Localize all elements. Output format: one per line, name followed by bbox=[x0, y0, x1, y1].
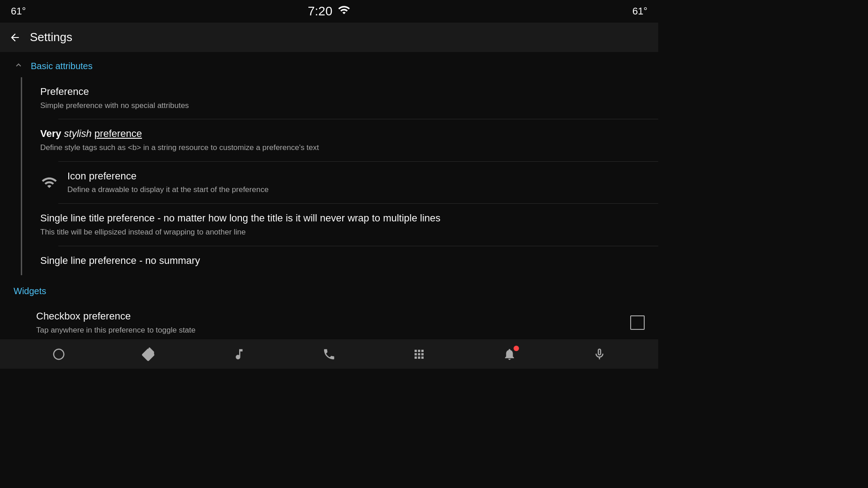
bottom-navigation bbox=[0, 339, 658, 369]
nav-grid[interactable] bbox=[403, 344, 435, 365]
preference-item-simple[interactable]: Preference Simple preference with no spe… bbox=[22, 77, 658, 119]
widgets-title: Widgets bbox=[14, 286, 46, 296]
preference-summary-singleline: This title will be ellipsized instead of… bbox=[40, 227, 645, 238]
wifi-status-icon bbox=[338, 4, 350, 19]
chevron-up-icon bbox=[14, 60, 24, 72]
nav-phone[interactable] bbox=[313, 344, 345, 365]
temp-left: 61° bbox=[11, 5, 26, 17]
phone-icon bbox=[322, 347, 336, 361]
checkbox-text: Checkbox preference Tap anywhere in this… bbox=[36, 310, 630, 335]
nav-navigation[interactable] bbox=[133, 344, 165, 365]
checkbox-preference-item[interactable]: Checkbox preference Tap anywhere in this… bbox=[0, 302, 658, 339]
preference-text-nosummary: Single line preference - no summary bbox=[40, 254, 645, 267]
page-title: Settings bbox=[30, 30, 72, 44]
navigation-icon bbox=[142, 347, 156, 361]
time-display: 7:20 bbox=[308, 4, 333, 19]
checkbox-widget[interactable] bbox=[630, 315, 645, 330]
preference-title-singleline: Single line title preference - no matter… bbox=[40, 212, 645, 225]
nav-music[interactable] bbox=[223, 344, 255, 365]
widgets-section-header[interactable]: Widgets bbox=[0, 275, 658, 302]
basic-attributes-section-header[interactable]: Basic attributes bbox=[0, 52, 658, 77]
preference-text-simple: Preference Simple preference with no spe… bbox=[40, 85, 645, 111]
nav-notifications[interactable] bbox=[494, 344, 525, 365]
preference-item-nosummary[interactable]: Single line preference - no summary bbox=[22, 246, 658, 276]
checkbox-summary: Tap anywhere in this preference to toggl… bbox=[36, 325, 630, 336]
preference-text-icon: Icon preference Define a drawable to dis… bbox=[67, 170, 645, 195]
back-button[interactable] bbox=[9, 32, 21, 43]
app-header: Settings bbox=[0, 23, 658, 52]
preference-summary-stylish: Define style tags such as <b> in a strin… bbox=[40, 142, 645, 153]
status-center: 7:20 bbox=[308, 4, 351, 19]
basic-attributes-group: Preference Simple preference with no spe… bbox=[21, 77, 658, 275]
microphone-icon bbox=[593, 347, 606, 361]
preference-title-stylish: Very stylish preference bbox=[40, 127, 645, 141]
nav-microphone[interactable] bbox=[584, 344, 615, 365]
preference-item-stylish[interactable]: Very stylish preference Define style tag… bbox=[22, 119, 658, 161]
preference-item-singleline-title[interactable]: Single line title preference - no matter… bbox=[22, 204, 658, 245]
home-icon bbox=[52, 347, 66, 361]
music-icon bbox=[232, 347, 246, 361]
status-bar: 61° 7:20 61° bbox=[0, 0, 658, 23]
grid-icon bbox=[412, 347, 426, 361]
preference-item-icon[interactable]: Icon preference Define a drawable to dis… bbox=[22, 162, 658, 203]
preference-title-icon: Icon preference bbox=[67, 170, 645, 183]
preference-text-singleline-title: Single line title preference - no matter… bbox=[40, 212, 645, 237]
checkbox-title: Checkbox preference bbox=[36, 310, 630, 323]
content-area: Basic attributes Preference Simple prefe… bbox=[0, 52, 658, 339]
nav-home[interactable] bbox=[43, 344, 75, 365]
temp-right: 61° bbox=[632, 5, 647, 17]
preference-title-nosummary: Single line preference - no summary bbox=[40, 254, 645, 267]
preference-text-stylish: Very stylish preference Define style tag… bbox=[40, 127, 645, 153]
preference-title-simple: Preference bbox=[40, 85, 645, 99]
preference-icon-wifi bbox=[40, 174, 58, 192]
basic-attributes-title: Basic attributes bbox=[31, 61, 93, 71]
notification-badge bbox=[514, 346, 519, 351]
preference-summary-icon: Define a drawable to display it at the s… bbox=[67, 184, 645, 195]
preference-summary-simple: Simple preference with no special attrib… bbox=[40, 100, 645, 111]
